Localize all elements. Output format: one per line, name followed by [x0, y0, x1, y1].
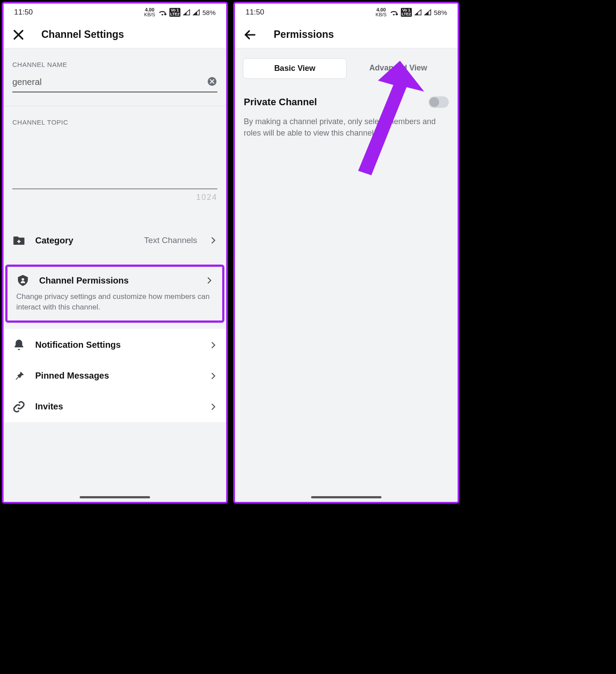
channel-name-input[interactable]: [12, 74, 217, 92]
page-title: Permissions: [274, 29, 334, 41]
status-bar: 11:50 4.00 KB/S Vo 1LTE2 58%: [4, 4, 226, 21]
private-channel-desc: By making a channel private, only select…: [244, 116, 449, 139]
page-header: Channel Settings: [4, 21, 226, 48]
data-speed-icon: 4.00 KB/S: [144, 7, 155, 17]
channel-topic-label: CHANNEL TOPIC: [4, 106, 226, 132]
chevron-right-icon: [205, 276, 213, 284]
status-right: 4.00 KB/S Vo 1LTE2 58%: [376, 7, 447, 17]
battery-percent: 58%: [434, 9, 447, 16]
channel-permissions-label: Channel Permissions: [39, 276, 196, 286]
data-speed-icon: 4.00 KB/S: [376, 7, 387, 17]
signal-2-icon: [193, 9, 200, 15]
channel-name-label: CHANNEL NAME: [4, 48, 226, 74]
battery-percent: 58%: [202, 9, 216, 16]
channel-permissions-desc: Change privacy settings and customize ho…: [7, 291, 222, 320]
chevron-right-icon: [209, 236, 217, 244]
svg-point-3: [396, 13, 398, 15]
topic-char-counter: 1024: [4, 191, 226, 202]
link-icon: [12, 400, 26, 413]
signal-2-icon: [424, 9, 431, 15]
status-time: 11:50: [14, 8, 33, 17]
status-time: 11:50: [246, 8, 264, 17]
tab-advanced-view[interactable]: Advanced View: [347, 58, 450, 79]
category-row[interactable]: Category Text Channels: [4, 225, 226, 256]
channel-topic-input[interactable]: [12, 132, 217, 189]
category-label: Category: [35, 236, 135, 246]
view-tabs: Basic View Advanced View: [235, 48, 458, 79]
chevron-right-icon: [209, 403, 217, 411]
screen-permissions: 11:50 4.00 KB/S Vo 1LTE2 58% Permissions…: [233, 2, 459, 504]
invites-label: Invites: [35, 401, 200, 412]
shield-person-icon: [16, 274, 29, 287]
private-channel-toggle[interactable]: [429, 96, 449, 108]
chevron-right-icon: [209, 372, 217, 380]
chevron-right-icon: [209, 341, 217, 349]
wifi-icon: [158, 9, 167, 16]
gesture-bar: [80, 496, 150, 498]
page-title: Channel Settings: [41, 29, 124, 41]
clear-input-icon[interactable]: [207, 76, 217, 87]
category-value: Text Channels: [144, 236, 197, 245]
status-right: 4.00 KB/S Vo 1LTE2 58%: [144, 7, 216, 17]
pinned-messages-label: Pinned Messages: [35, 371, 200, 381]
signal-1-icon: [183, 9, 190, 15]
channel-permissions-highlight: Channel Permissions Change privacy setti…: [5, 265, 224, 323]
status-bar: 11:50 4.00 KB/S Vo 1LTE2 58%: [235, 4, 458, 21]
screen-channel-settings: 11:50 4.00 KB/S Vo 1LTE2 58% Channel Set…: [2, 2, 228, 504]
notification-settings-row[interactable]: Notification Settings: [4, 330, 226, 361]
private-channel-title: Private Channel: [244, 96, 317, 108]
svg-point-2: [22, 278, 24, 281]
tab-basic-view[interactable]: Basic View: [243, 58, 347, 79]
folder-add-icon: [12, 234, 26, 247]
bell-icon: [12, 339, 26, 352]
notification-settings-label: Notification Settings: [35, 340, 200, 350]
lte-badge-1-icon: Vo 1LTE2: [401, 8, 412, 17]
svg-point-0: [164, 13, 166, 15]
invites-row[interactable]: Invites: [4, 391, 226, 422]
pinned-messages-row[interactable]: Pinned Messages: [4, 361, 226, 391]
channel-permissions-row[interactable]: Channel Permissions: [7, 267, 222, 291]
private-channel-row: Private Channel: [244, 96, 449, 108]
gesture-bar: [311, 496, 381, 498]
lte-badge-1-icon: Vo 1LTE2: [169, 8, 180, 17]
page-header: Permissions: [235, 21, 458, 48]
pin-icon: [12, 369, 26, 383]
signal-1-icon: [414, 9, 422, 15]
back-icon[interactable]: [244, 28, 257, 41]
wifi-icon: [389, 9, 398, 16]
close-icon[interactable]: [12, 29, 25, 41]
